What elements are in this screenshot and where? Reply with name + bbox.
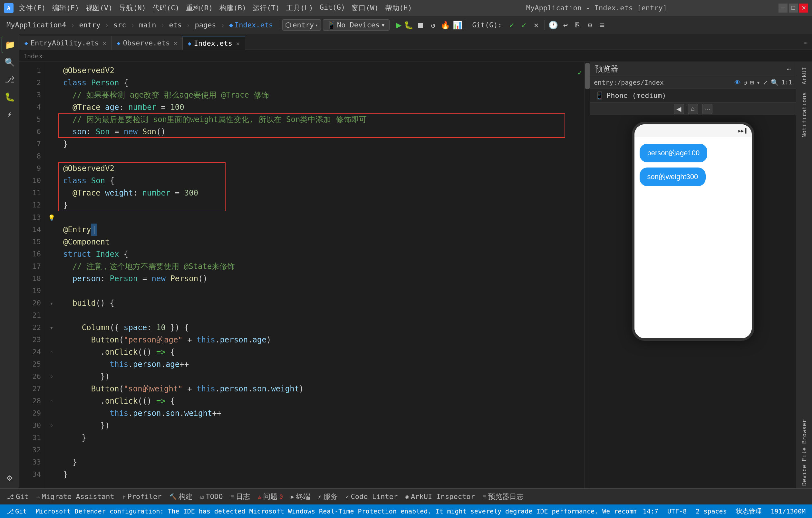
module-entry[interactable]: entry: [76, 20, 103, 30]
vertical-scrollbar[interactable]: [584, 62, 590, 488]
clock-icon[interactable]: 🕐: [548, 20, 558, 30]
copy-icon[interactable]: ⎘: [573, 20, 583, 30]
activity-debug[interactable]: 🐛: [2, 89, 18, 105]
menu-window[interactable]: 窗口(W): [349, 3, 381, 13]
debug-button[interactable]: 🐛: [403, 20, 414, 30]
menu-run[interactable]: 运行(T): [250, 3, 282, 13]
menu-refactor[interactable]: 重构(R): [183, 3, 215, 13]
tab-icon-entryability: ◆: [25, 40, 28, 47]
settings-icon[interactable]: ⚙: [585, 20, 595, 30]
git-tick-icon[interactable]: ✓: [519, 20, 529, 30]
ark-ui-label[interactable]: ArkUI: [800, 64, 809, 87]
bottom-profiler[interactable]: ↑ Profiler: [119, 491, 165, 502]
status-mgmt[interactable]: 状态管理: [733, 507, 764, 516]
notifications-label[interactable]: Notifications: [800, 90, 809, 140]
run-button[interactable]: ▶: [396, 20, 402, 30]
bottom-log-label: 日志: [236, 492, 250, 501]
bottom-service[interactable]: ⚡ 服务: [315, 491, 341, 503]
bottom-migrate[interactable]: → Migrate Assistant: [33, 491, 118, 502]
menu-bar[interactable]: 文件(F) 编辑(E) 视图(V) 导航(N) 代码(C) 重构(R) 构建(B…: [16, 3, 415, 13]
profiler-icon[interactable]: 📊: [453, 20, 463, 30]
code-editor[interactable]: 12345 678910 1112131415 1617181920 21222…: [19, 62, 590, 488]
git-check-icon[interactable]: ✓: [506, 20, 517, 30]
activity-explorer[interactable]: 📁: [2, 37, 18, 53]
module-pages[interactable]: pages: [192, 20, 219, 30]
status-memory[interactable]: 191/1300M: [768, 507, 808, 516]
menu-view[interactable]: 视图(V): [83, 3, 115, 13]
module-file[interactable]: ◆ Index.ets: [227, 20, 276, 30]
bottom-migrate-label: Migrate Assistant: [42, 492, 114, 500]
module-ets[interactable]: ets: [167, 20, 185, 30]
bottom-problems[interactable]: ⚠ 问题 0: [255, 491, 286, 503]
device-file-label[interactable]: Device File Browser: [800, 417, 809, 488]
tab-entryability[interactable]: ◆ EntryAbility.ets ✕: [19, 36, 112, 50]
menu-build[interactable]: 构建(B): [217, 3, 249, 13]
preview-chevron-icon[interactable]: ▾: [756, 79, 760, 86]
status-line-col[interactable]: 14:7: [640, 507, 661, 516]
status-info[interactable]: Microsoft Defender configuration: The ID…: [33, 507, 636, 516]
tab-close-observe[interactable]: ✕: [174, 40, 177, 47]
preview-weight-button[interactable]: son的weight300: [640, 167, 706, 186]
module-main[interactable]: main: [137, 20, 159, 30]
bottom-log[interactable]: ≡ 日志: [227, 491, 253, 503]
reload-button[interactable]: ↺: [428, 20, 438, 30]
preview-grid-icon[interactable]: ⊞: [750, 79, 754, 86]
maximize-button[interactable]: □: [789, 4, 798, 12]
preview-sync-icon[interactable]: ↺: [743, 79, 747, 86]
bottom-build[interactable]: 🔨 构建: [166, 491, 196, 503]
tab-observe[interactable]: ◆ Observe.ets ✕: [112, 36, 183, 50]
preview-resize-icon[interactable]: ⤢: [763, 79, 768, 86]
problems-count: 0: [279, 493, 283, 500]
tab-index[interactable]: ◆ Index.ets ✕: [183, 36, 245, 50]
preview-home-button[interactable]: ⌂: [688, 104, 698, 114]
activity-source-control[interactable]: ⎇: [2, 71, 18, 88]
activity-search[interactable]: 🔍: [2, 54, 18, 70]
status-encoding[interactable]: UTF-8: [665, 507, 689, 516]
preview-zoom-icon[interactable]: 🔍: [771, 79, 779, 86]
more-icon[interactable]: ≡: [597, 20, 607, 30]
no-devices-button[interactable]: 📱 No Devices ▾: [323, 19, 389, 31]
status-info-text: Microsoft Defender configuration: The ID…: [36, 507, 636, 515]
menu-nav[interactable]: 导航(N): [116, 3, 149, 13]
menu-tools[interactable]: 工具(L): [284, 3, 316, 13]
activity-settings[interactable]: ⚙: [2, 470, 18, 486]
activity-extensions[interactable]: ⚡: [2, 106, 18, 122]
preview-more-button[interactable]: ⋯: [702, 104, 713, 114]
device-selector[interactable]: 📱 Phone (medium): [590, 89, 796, 102]
minimize-button[interactable]: ─: [779, 4, 787, 12]
bottom-git[interactable]: ⎇ Git: [4, 491, 32, 502]
preview-eye-icon[interactable]: 👁: [734, 79, 741, 86]
status-git-icon: ⎇: [6, 507, 14, 515]
menu-help[interactable]: 帮助(H): [382, 3, 415, 13]
bottom-todo[interactable]: ☑ TODO: [197, 491, 226, 502]
tab-more-button[interactable]: ⋯: [799, 36, 812, 50]
git-x-icon[interactable]: ✕: [531, 20, 541, 30]
status-indent[interactable]: 2 spaces: [693, 507, 729, 516]
menu-git[interactable]: Git(G): [317, 3, 348, 13]
module-src[interactable]: src: [111, 20, 129, 30]
status-git[interactable]: ⎇ Git: [4, 507, 29, 516]
preview-age-button[interactable]: person的age100: [640, 144, 707, 162]
hot-reload-button[interactable]: 🔥: [440, 20, 451, 30]
window-controls[interactable]: ─ □ ✕: [779, 4, 808, 12]
bottom-arkui[interactable]: ◉ ArkUI Inspector: [402, 491, 478, 502]
tab-icon-index: ◆: [188, 40, 192, 47]
close-button[interactable]: ✕: [799, 4, 808, 12]
menu-code[interactable]: 代码(C): [150, 3, 182, 13]
bottom-terminal[interactable]: ▶ 终端: [287, 491, 314, 503]
stop-button[interactable]: ⏹: [416, 20, 426, 30]
undo-icon[interactable]: ↩: [560, 20, 571, 30]
entry-dropdown[interactable]: ⬡ entry ▾: [282, 19, 321, 31]
bottom-preview-log[interactable]: ≡ 预览器日志: [480, 491, 527, 503]
bottom-codelinter[interactable]: ✓ Code Linter: [342, 491, 401, 502]
menu-file[interactable]: 文件(F): [16, 3, 48, 13]
warning-icon: ⚠: [258, 493, 261, 500]
menu-edit[interactable]: 编辑(E): [50, 3, 82, 13]
preview-back-button[interactable]: ◀: [674, 104, 684, 114]
preview-options-icon[interactable]: ⋯: [787, 65, 791, 73]
git-label[interactable]: Git(G):: [469, 20, 504, 30]
code-content[interactable]: ✓ @ObservedV2 class Person { // 如果要检测 ag…: [58, 62, 584, 488]
tab-close-entryability[interactable]: ✕: [103, 40, 106, 47]
project-name[interactable]: MyApplication4: [4, 20, 69, 30]
tab-close-index[interactable]: ✕: [236, 40, 240, 47]
